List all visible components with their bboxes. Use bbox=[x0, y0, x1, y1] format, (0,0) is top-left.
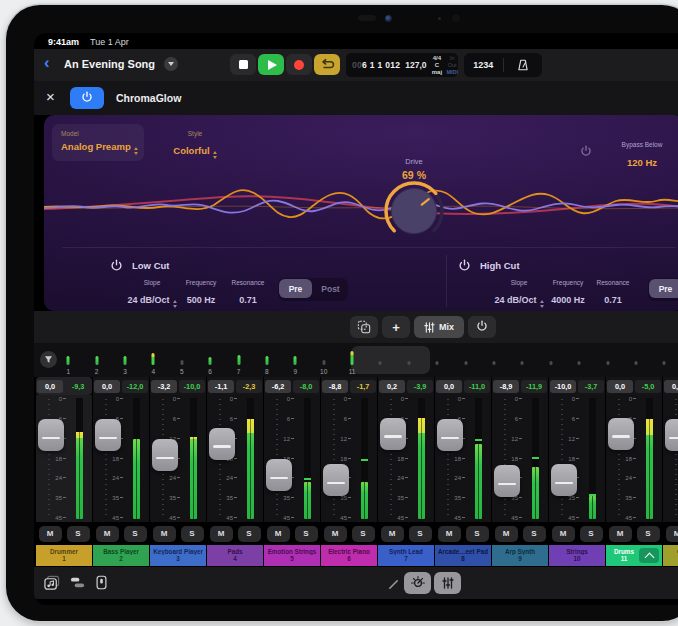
channel-strip[interactable]: 061218243545 bbox=[150, 395, 206, 522]
pencil-button[interactable] bbox=[387, 577, 400, 595]
volume-readout[interactable]: -1,1 bbox=[208, 380, 234, 393]
mixer-power-button[interactable] bbox=[468, 316, 496, 338]
mute-button[interactable]: M bbox=[495, 526, 518, 542]
solo-button[interactable]: S bbox=[67, 526, 90, 542]
track-name-chip[interactable]: Emotion Strings5 bbox=[264, 545, 320, 566]
mute-button[interactable]: M bbox=[210, 526, 233, 542]
add-track-button[interactable]: + bbox=[382, 316, 410, 338]
duplicate-button[interactable] bbox=[350, 316, 378, 338]
volume-fader[interactable] bbox=[323, 464, 349, 496]
channel-strip[interactable]: 061218243545 bbox=[549, 395, 605, 522]
drive-knob[interactable] bbox=[382, 179, 446, 243]
model-selector[interactable]: Model Analog Preamp bbox=[52, 124, 144, 161]
close-icon[interactable]: × bbox=[46, 88, 55, 106]
pre-button[interactable]: Pre bbox=[279, 279, 312, 298]
channel-strip[interactable]: 061218243545 bbox=[207, 395, 263, 522]
low-cut-resonance[interactable]: Resonance 0.71 bbox=[220, 279, 276, 307]
high-cut-resonance[interactable]: Resonance 0.71 bbox=[585, 279, 641, 307]
song-title[interactable]: An Evening Song bbox=[64, 58, 155, 70]
overview-track-slot[interactable] bbox=[480, 343, 508, 377]
track-name-chip[interactable]: Drummer1 bbox=[36, 545, 92, 566]
overview-track-slot[interactable] bbox=[395, 343, 423, 377]
track-name-chip[interactable]: Synth Lead7 bbox=[378, 545, 434, 566]
mute-button[interactable]: M bbox=[381, 526, 404, 542]
tracks-button[interactable] bbox=[70, 575, 85, 594]
channel-strip[interactable]: 061218243545 bbox=[378, 395, 434, 522]
overview-track-slot[interactable]: 8 bbox=[253, 343, 281, 377]
channel-strip[interactable]: 061218243545 bbox=[36, 395, 92, 522]
volume-readout[interactable]: -8,8 bbox=[322, 380, 348, 393]
track-name-chip[interactable]: Arcade…eet Pad8 bbox=[435, 545, 491, 566]
volume-readout[interactable]: -8,9 bbox=[493, 380, 519, 393]
plugin-window-button[interactable] bbox=[96, 575, 107, 594]
overview-track-slot[interactable] bbox=[650, 343, 678, 377]
overview-track-slot[interactable] bbox=[565, 343, 593, 377]
mute-button[interactable]: M bbox=[39, 526, 62, 542]
solo-button[interactable]: S bbox=[352, 526, 375, 542]
mute-button[interactable]: M bbox=[153, 526, 176, 542]
volume-readout[interactable]: 0,0 bbox=[664, 380, 678, 393]
bypass-power-icon[interactable] bbox=[580, 143, 592, 161]
track-name-chip[interactable]: Drums11 bbox=[606, 545, 662, 566]
volume-readout[interactable]: -3,2 bbox=[151, 380, 177, 393]
volume-readout[interactable]: 0,2 bbox=[379, 380, 405, 393]
mute-button[interactable]: M bbox=[438, 526, 461, 542]
chevron-up-icon[interactable] bbox=[639, 548, 659, 563]
channel-strip[interactable]: 061218243545 bbox=[492, 395, 548, 522]
count-in-button[interactable]: 1234 bbox=[464, 60, 503, 70]
volume-fader[interactable] bbox=[437, 419, 463, 451]
channel-strip[interactable]: 061218243545 bbox=[321, 395, 377, 522]
overview-track-slot[interactable] bbox=[593, 343, 621, 377]
solo-button[interactable]: S bbox=[409, 526, 432, 542]
overview-track-slot[interactable] bbox=[423, 343, 451, 377]
back-chevron-icon[interactable]: ‹ bbox=[44, 53, 50, 73]
plugin-power-button[interactable] bbox=[70, 87, 104, 109]
track-name-chip[interactable]: Bass Player2 bbox=[93, 545, 149, 566]
volume-fader[interactable] bbox=[209, 428, 235, 460]
track-name-chip[interactable]: Strings10 bbox=[549, 545, 605, 566]
solo-button[interactable]: S bbox=[238, 526, 261, 542]
overview-track-slot[interactable]: 3 bbox=[111, 343, 139, 377]
record-button[interactable] bbox=[286, 54, 312, 75]
overview-track-slot[interactable]: 6 bbox=[196, 343, 224, 377]
volume-fader[interactable] bbox=[380, 418, 406, 450]
level-control[interactable]: Level 0.0 bbox=[666, 141, 678, 170]
pre-button[interactable]: Pre bbox=[649, 279, 678, 298]
stop-button[interactable] bbox=[230, 54, 256, 75]
solo-button[interactable]: S bbox=[580, 526, 603, 542]
overview-track-slot[interactable] bbox=[622, 343, 650, 377]
mute-button[interactable]: M bbox=[96, 526, 119, 542]
metronome-button[interactable] bbox=[504, 58, 543, 72]
track-name-chip[interactable]: Keyboard Player3 bbox=[150, 545, 206, 566]
overview-track-slot[interactable]: 10 bbox=[310, 343, 338, 377]
high-cut-power-icon[interactable] bbox=[458, 258, 471, 276]
low-cut-power-icon[interactable] bbox=[110, 258, 123, 276]
volume-fader[interactable] bbox=[266, 459, 292, 491]
track-name-chip[interactable]: Pads4 bbox=[207, 545, 263, 566]
loops-browser-button[interactable] bbox=[44, 575, 61, 595]
track-name-chip[interactable]: Chorus V bbox=[663, 545, 678, 566]
overview-track-slot[interactable] bbox=[537, 343, 565, 377]
post-button[interactable]: Post bbox=[314, 279, 347, 298]
solo-button[interactable]: S bbox=[124, 526, 147, 542]
song-chevron-down-icon[interactable] bbox=[164, 57, 178, 71]
mute-button[interactable]: M bbox=[666, 526, 678, 542]
style-selector[interactable]: Style Colorful bbox=[160, 130, 230, 159]
mute-button[interactable]: M bbox=[267, 526, 290, 542]
overview-track-slot[interactable]: 9 bbox=[281, 343, 309, 377]
overview-track-slot[interactable]: 2 bbox=[82, 343, 110, 377]
track-name-chip[interactable]: Arp Synth9 bbox=[492, 545, 548, 566]
volume-fader[interactable] bbox=[665, 419, 678, 451]
volume-fader[interactable] bbox=[95, 419, 121, 451]
solo-button[interactable]: S bbox=[295, 526, 318, 542]
overview-track-slot[interactable] bbox=[508, 343, 536, 377]
solo-button[interactable]: S bbox=[637, 526, 660, 542]
track-name-chip[interactable]: Electric Piano6 bbox=[321, 545, 377, 566]
volume-fader[interactable] bbox=[551, 464, 577, 496]
volume-readout[interactable]: 0,0 bbox=[94, 380, 120, 393]
volume-fader[interactable] bbox=[494, 465, 520, 497]
channel-strip[interactable]: 061218243545 bbox=[264, 395, 320, 522]
solo-button[interactable]: S bbox=[466, 526, 489, 542]
volume-fader[interactable] bbox=[38, 419, 64, 451]
lcd-display[interactable]: 006 1 1 012 127,0 4/4C maj In OutMIDI bbox=[346, 53, 458, 77]
